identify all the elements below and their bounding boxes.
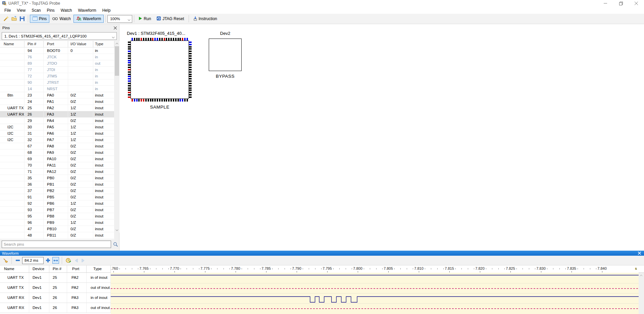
watch-toggle-button[interactable]: Watch xyxy=(49,15,73,23)
timeline-ruler[interactable]: s 7.7607.7657.7707.7757.7807.7857.7907.7… xyxy=(111,265,639,273)
menu-pins[interactable]: Pins xyxy=(44,7,58,14)
scrollbar-down-button[interactable] xyxy=(114,228,119,233)
chip-pin[interactable] xyxy=(189,71,192,73)
chip-pin[interactable] xyxy=(175,38,177,41)
device-selector-combobox[interactable]: 1. Dev1 : STM32F405_415_407_417_LQFP100 xyxy=(2,32,117,40)
chip-pin[interactable] xyxy=(136,38,138,41)
wand-icon[interactable] xyxy=(2,15,10,23)
chip-pin[interactable] xyxy=(159,38,160,41)
chip-pin[interactable] xyxy=(189,48,192,50)
wave-col-name[interactable]: Name xyxy=(0,265,29,272)
pin-row-pb7[interactable]: 93PB70/Zinout xyxy=(0,207,114,213)
chip-pin[interactable] xyxy=(128,80,131,82)
jtag-reset-button[interactable]: JTAG Reset xyxy=(154,15,187,23)
dev2-chip-body[interactable] xyxy=(209,39,242,71)
save-icon[interactable] xyxy=(18,15,26,23)
chip-pin[interactable] xyxy=(128,44,131,45)
col-header-name[interactable]: Name xyxy=(0,41,24,47)
chip-pin[interactable] xyxy=(189,78,192,79)
chip-pin[interactable] xyxy=(189,85,192,86)
chip-pin[interactable] xyxy=(166,99,167,102)
menu-scan[interactable]: Scan xyxy=(29,7,44,14)
chip-pin[interactable] xyxy=(150,99,151,102)
chip-pin[interactable] xyxy=(168,38,169,41)
chip-pin[interactable] xyxy=(189,51,192,52)
zoom-in-button[interactable] xyxy=(45,257,51,264)
pin-row-jtrst[interactable]: 90JTRSTin xyxy=(0,79,114,86)
clear-broom-icon[interactable] xyxy=(2,257,9,264)
chip-pin[interactable] xyxy=(189,64,192,66)
pin-row-pa12[interactable]: 71PA120/Zinout xyxy=(0,169,114,175)
pin-row-pb12[interactable]: 51PB120/Zinout xyxy=(0,239,114,239)
pin-row-pb9[interactable]: 96PB91/Zinout xyxy=(0,219,114,226)
pin-row-pa4[interactable]: 29PA40/Zinout xyxy=(0,118,114,124)
chip-pin[interactable] xyxy=(189,87,192,89)
chip-pin[interactable] xyxy=(189,74,192,75)
chip-pin[interactable] xyxy=(128,64,131,66)
pin-row-pb6[interactable]: 92PB61/Zinout xyxy=(0,200,114,207)
search-pins-input[interactable] xyxy=(2,241,111,248)
chip-pin[interactable] xyxy=(148,99,149,102)
chip-pin[interactable] xyxy=(189,83,192,84)
chip-pin[interactable] xyxy=(189,89,192,91)
scrollbar-up-button[interactable] xyxy=(639,273,644,278)
chip-pin[interactable] xyxy=(128,97,131,98)
pin-row-jtms[interactable]: 72JTMSin xyxy=(0,73,114,79)
chip-pin[interactable] xyxy=(134,38,135,41)
chip-pin[interactable] xyxy=(128,89,131,91)
waveform-panel-close-icon[interactable] xyxy=(637,251,642,256)
chip-pin[interactable] xyxy=(159,99,160,102)
pins-toggle-button[interactable]: Pins xyxy=(30,15,49,23)
close-button[interactable] xyxy=(629,0,644,7)
chip-pin[interactable] xyxy=(145,38,147,41)
pin-row-pb2[interactable]: 37PB20/Zinout xyxy=(0,188,114,194)
wave-col-port[interactable]: Port xyxy=(67,265,87,272)
chip-pin[interactable] xyxy=(128,53,131,54)
pin-row-jtdo[interactable]: 89JTDOout xyxy=(0,60,114,67)
chip-pin[interactable] xyxy=(141,99,142,102)
chip-pin[interactable] xyxy=(128,60,131,61)
chip-pin[interactable] xyxy=(180,99,181,102)
scrollbar-thumb[interactable] xyxy=(115,46,119,76)
chip-pin[interactable] xyxy=(154,99,156,102)
chip-pin[interactable] xyxy=(173,38,174,41)
pin-row-pa3[interactable]: UART RX26PA31/Zinout xyxy=(0,111,114,118)
chip-pin[interactable] xyxy=(161,99,163,102)
pin-row-pa5[interactable]: I2C30PA51/Zinout xyxy=(0,124,114,130)
search-icon[interactable] xyxy=(112,241,119,248)
wave-col-pin[interactable]: Pin # xyxy=(49,265,67,272)
chip-pin[interactable] xyxy=(152,99,153,102)
chip-pin[interactable] xyxy=(178,99,179,102)
menu-help[interactable]: Help xyxy=(99,7,114,14)
chip-pin[interactable] xyxy=(189,67,192,68)
chip-pin[interactable] xyxy=(128,87,131,89)
waveform-row-uart-tx[interactable]: UART TXDev125PA2out of inout xyxy=(0,283,111,293)
chip-pin[interactable] xyxy=(128,67,131,68)
chip-pin[interactable] xyxy=(189,42,192,43)
chip-pin[interactable] xyxy=(182,99,183,102)
pin-row-boot0[interactable]: 94BOOT00in xyxy=(0,48,114,54)
pin-row-pb8[interactable]: 95PB80/Zinout xyxy=(0,213,114,219)
chip-pin[interactable] xyxy=(168,99,169,102)
chip-pin[interactable] xyxy=(128,94,131,96)
chip-pin[interactable] xyxy=(189,58,192,59)
pin-row-pa1[interactable]: 24PA10/Zinout xyxy=(0,99,114,105)
col-header-type[interactable]: Type xyxy=(93,41,114,47)
refresh-clock-icon[interactable] xyxy=(65,257,71,264)
chip-pin[interactable] xyxy=(189,94,192,96)
chip-pin[interactable] xyxy=(173,99,174,102)
chip-pin[interactable] xyxy=(128,46,131,48)
chip-pin[interactable] xyxy=(132,99,133,102)
waveform-trace-area[interactable] xyxy=(111,273,639,314)
chip-pin[interactable] xyxy=(150,38,151,41)
pin-row-pa6[interactable]: I2C31PA61/Zinout xyxy=(0,130,114,137)
chip-pin[interactable] xyxy=(128,42,131,43)
col-header-io-value[interactable]: I/O Value xyxy=(68,41,93,47)
chip-pin[interactable] xyxy=(189,55,192,57)
pin-row-pb11[interactable]: 48PB110/Zinout xyxy=(0,232,114,239)
chip-pin[interactable] xyxy=(164,99,165,102)
chip-pin[interactable] xyxy=(189,69,192,70)
prev-edge-icon[interactable] xyxy=(72,257,79,264)
chip-pin[interactable] xyxy=(128,74,131,75)
fit-width-button[interactable] xyxy=(52,257,59,264)
